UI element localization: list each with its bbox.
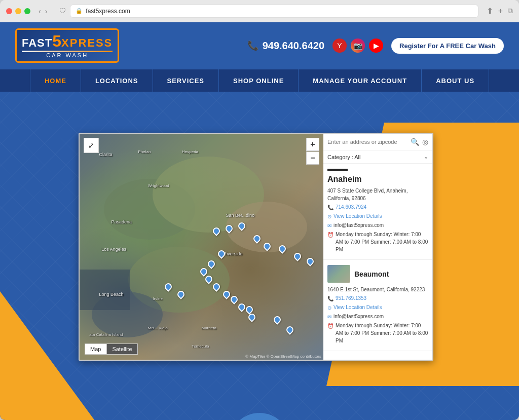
phone-icon-beaumont: 📞 (327, 295, 333, 302)
map-pin-14[interactable] (248, 314, 255, 323)
yelp-icon[interactable]: Y (332, 39, 347, 53)
browser-window: ‹ › 🛡 🔒 fast5xpress.com ⬆ + ⧉ FAST 5 XPR (0, 0, 519, 420)
address-bar[interactable]: 🔒 fast5xpress.com (70, 5, 478, 18)
phone-number[interactable]: 949.640.6420 (263, 40, 324, 52)
hours-row-beaumont: ⏰ Monday through Sunday: Winter: 7:00 AM… (327, 322, 428, 345)
map-pin-17[interactable] (279, 245, 286, 254)
phone-area: 📞 949.640.6420 (247, 40, 324, 52)
map-type-map[interactable]: Map (85, 343, 106, 355)
map-label-riverside: Riverside (224, 251, 243, 256)
nav-locations[interactable]: LOCATIONS (81, 69, 153, 92)
expand-map-button[interactable]: ⤢ (84, 138, 99, 153)
map-pin-8[interactable] (205, 276, 212, 285)
phone-icon-anaheim: 📞 (327, 204, 333, 211)
view-details-beaumont[interactable]: View Location Details (333, 303, 382, 311)
close-dot[interactable] (6, 8, 12, 14)
map-zoom-controls: + − (306, 138, 319, 165)
search-input[interactable] (327, 139, 407, 145)
map-pin-1[interactable] (226, 225, 233, 234)
location-target-icon[interactable]: ◎ (422, 138, 428, 146)
back-button[interactable]: ‹ (39, 7, 41, 15)
tabs-button[interactable]: ⧉ (508, 6, 513, 16)
address-text-beaumont: 1640 E 1st St, Beaumont, California, 922… (327, 286, 425, 293)
map-label-missionviejo: Mis... Viejo (148, 326, 168, 330)
map-pin-3[interactable] (253, 235, 261, 244)
youtube-icon[interactable]: ▶ (369, 39, 383, 53)
email-anaheim: info@fast5xpress.com (333, 221, 384, 229)
phone-anaheim[interactable]: 714.603.7924 (336, 203, 366, 211)
nav-about-us[interactable]: ABOUT US (422, 69, 489, 92)
map-pin-5[interactable] (218, 250, 225, 259)
phone-beaumont[interactable]: 951.769.1353 (336, 294, 366, 302)
search-bar: 🔍 ◎ (323, 134, 432, 150)
instagram-icon[interactable]: 📷 (351, 39, 365, 53)
search-icons: 🔍 ◎ (411, 138, 428, 146)
zoom-out-button[interactable]: − (306, 151, 319, 165)
location-card-anaheim: Anaheim 407 S State College Blvd, Anahei… (323, 164, 432, 260)
lock-icon: 🔒 (76, 8, 83, 14)
map-type-satellite[interactable]: Satellite (106, 343, 137, 355)
location-name-anaheim: Anaheim (327, 175, 428, 184)
view-details-anaheim[interactable]: View Location Details (333, 212, 382, 220)
minimize-dot[interactable] (15, 8, 21, 14)
new-tab-button[interactable]: + (498, 6, 503, 16)
map-pin-2[interactable] (238, 222, 245, 232)
map-pin-10[interactable] (223, 291, 230, 300)
nav-shop-online[interactable]: SHOP ONLINE (219, 69, 299, 92)
register-button[interactable]: Register For A FREE Car Wash (391, 38, 504, 54)
map-label-pasadena: Pasadena (112, 219, 132, 224)
map-pin-4[interactable] (264, 243, 271, 252)
browser-titlebar: ‹ › 🛡 🔒 fast5xpress.com ⬆ + ⧉ (0, 0, 519, 22)
website: FAST 5 XPRESS CAR WASH 📞 949.640.6420 Y … (0, 22, 519, 420)
search-icon[interactable]: 🔍 (411, 138, 419, 146)
map-pin-16[interactable] (165, 283, 172, 292)
map-pin-24[interactable] (274, 316, 281, 325)
nav-manage-account[interactable]: MANAGE YOUR ACCOUNT (299, 69, 422, 92)
nav-bar: HOME LOCATIONS SERVICES SHOP ONLINE MANA… (0, 69, 519, 92)
nav-services[interactable]: SERVICES (153, 69, 219, 92)
map-pin-11[interactable] (231, 296, 238, 305)
hours-anaheim: Monday through Sunday: Winter: 7:00 AM t… (336, 231, 428, 253)
map-label-wrightwood: Wrightwood (148, 183, 169, 188)
email-row-anaheim: ✉ info@fast5xpress.com (327, 221, 428, 230)
category-label: Category : All (327, 154, 360, 160)
location-bar (327, 169, 348, 171)
address-row-beaumont: 1640 E 1st St, Beaumont, California, 922… (327, 286, 428, 293)
map-pin-25[interactable] (286, 326, 293, 335)
share-button[interactable]: ⬆ (487, 6, 493, 16)
map-label-phelan: Phelan (138, 149, 151, 154)
window-controls (6, 8, 30, 14)
map-pin-19[interactable] (307, 258, 314, 267)
map-pin-0[interactable] (213, 227, 220, 237)
maximize-dot[interactable] (24, 8, 30, 14)
map-label-murrieta: Murrieta (202, 326, 216, 330)
browser-actions: ⬆ + ⧉ (487, 6, 513, 16)
map-pin-6[interactable] (208, 260, 215, 270)
location-name-beaumont: Beaumont (354, 270, 389, 278)
map-label-temecula: Temecula (192, 344, 209, 349)
map-pin-9[interactable] (213, 283, 220, 292)
link-icon-anaheim: ⊙ (327, 213, 331, 220)
social-icons: Y 📷 ▶ (332, 39, 383, 53)
beaumont-thumbnail (327, 265, 350, 283)
zoom-in-button[interactable]: + (306, 138, 319, 151)
forward-button[interactable]: › (45, 7, 48, 15)
map-pin-18[interactable] (294, 253, 301, 262)
email-row-beaumont: ✉ info@fast5xpress.com (327, 313, 428, 321)
map-attribution: © MapTiler © OpenStreetMap contributors (245, 354, 321, 359)
logo-xpress-text: XPRESS (61, 36, 113, 50)
map-label-longbeach: Long Beach (99, 292, 123, 297)
location-card-beaumont: Beaumont 1640 E 1st St, Beaumont, Califo… (323, 260, 432, 351)
map-pin-15[interactable] (177, 291, 184, 300)
map-label-sanbernardino: San Ber...dino (226, 213, 255, 218)
logo-five: 5 (52, 33, 61, 49)
hours-icon-anaheim: ⏰ (327, 231, 333, 239)
site-logo[interactable]: FAST 5 XPRESS CAR WASH (15, 28, 119, 63)
category-filter[interactable]: Category : All ⌄ (323, 150, 432, 164)
map-panel[interactable]: Clarita Phelan Hesperia Wrightwood Pasad… (80, 134, 323, 360)
hours-icon-beaumont: ⏰ (327, 322, 333, 330)
nav-home[interactable]: HOME (30, 69, 81, 92)
wave-circle (229, 413, 290, 420)
map-pin-12[interactable] (238, 303, 245, 313)
category-chevron: ⌄ (424, 154, 428, 160)
